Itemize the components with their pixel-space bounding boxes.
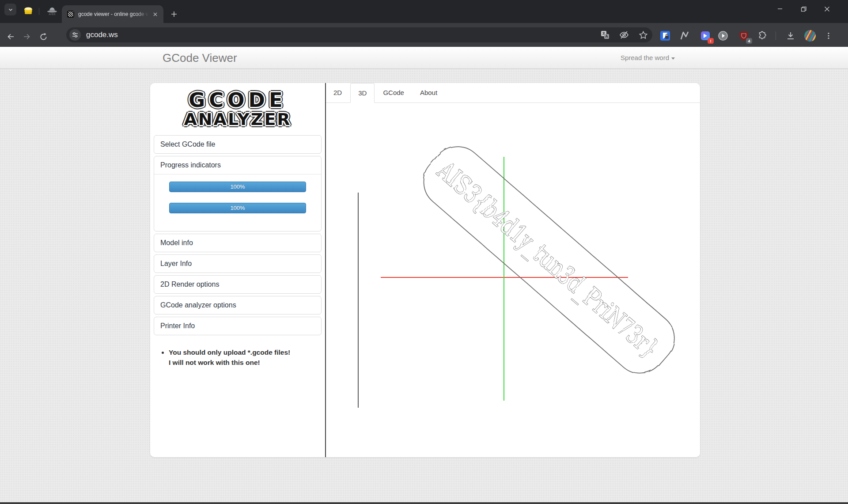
warning-line1: You should only upload *.gcode files!	[169, 349, 290, 356]
tab-3d[interactable]: 3D	[350, 83, 375, 103]
app-card: GCODE ANALYZER Select GCode file Progres…	[150, 83, 700, 457]
spread-the-word-label: Spread the word	[621, 54, 669, 61]
accordion-layer-info: Layer Info	[154, 254, 322, 273]
accordion-2d-render-options: 2D Render options	[154, 275, 322, 294]
progress-bar-2: 100%	[169, 203, 306, 213]
taskbar-edge	[0, 502, 848, 504]
tune-icon	[72, 31, 79, 38]
model-info-button[interactable]: Model info	[154, 234, 321, 252]
lightning-n-icon	[679, 30, 690, 41]
alert-badge: !	[708, 38, 714, 44]
extension-privacy[interactable]	[659, 30, 671, 42]
tab-title: gcode viewer - online gcode v	[78, 11, 151, 17]
caret-down-icon	[671, 57, 675, 60]
bookmark-lock-icon	[660, 30, 670, 41]
minimize-icon	[777, 6, 783, 11]
window-restore-button[interactable]	[793, 0, 814, 18]
accordion-gcode-analyzer-options: GCode analyzer options	[154, 296, 322, 315]
progress-indicators-button[interactable]: Progress indicators	[154, 156, 321, 174]
printer-info-button[interactable]: Printer Info	[154, 317, 321, 335]
downloads-button[interactable]	[785, 30, 796, 42]
eye-off-icon	[619, 30, 629, 40]
layers-stack-icon	[23, 6, 34, 16]
page-title: GCode Viewer	[163, 47, 237, 69]
back-button[interactable]	[5, 30, 17, 43]
puzzle-icon	[757, 31, 767, 41]
close-icon	[153, 12, 158, 17]
extension-video[interactable]: !	[700, 30, 711, 42]
close-icon	[824, 6, 830, 12]
translate-icon	[601, 30, 610, 39]
layer-info-button[interactable]: Layer Info	[154, 255, 321, 273]
pinned-tab-separator	[39, 8, 39, 15]
bookmark-button[interactable]	[636, 28, 650, 42]
extension-ublock[interactable]: 4	[738, 30, 750, 42]
profile-avatar[interactable]	[804, 30, 816, 42]
toolbar-separator	[776, 31, 776, 40]
ublock-count-badge: 4	[746, 38, 752, 44]
download-icon	[786, 31, 795, 41]
logo-line2: ANALYZER	[154, 110, 322, 129]
reveal-password-button[interactable]	[617, 28, 631, 42]
extension-n[interactable]	[679, 30, 690, 42]
browser-tab-active[interactable]: gcode viewer - online gcode v	[62, 5, 163, 23]
forward-button[interactable]	[20, 30, 33, 43]
logo-line1: GCODE	[154, 90, 322, 110]
url-text[interactable]: gcode.ws	[86, 30, 598, 39]
accordion-progress-indicators: Progress indicators 100% 100%	[154, 156, 322, 231]
viewer-panel: 2D 3D GCode About	[326, 83, 700, 457]
analyzer-options-button[interactable]: GCode analyzer options	[154, 296, 321, 314]
site-header: GCode Viewer Spread the word	[0, 47, 848, 69]
address-bar[interactable]: gcode.ws	[66, 27, 652, 42]
spread-the-word-menu[interactable]: Spread the word	[621, 47, 675, 69]
sidebar: GCODE ANALYZER Select GCode file Progres…	[150, 83, 325, 457]
render-canvas-3d[interactable]: AIS3{b4d1y_tun3d_PriN73r}	[326, 103, 700, 457]
flag-text: AIS3{b4d1y_tun3d_PriN73r}	[432, 156, 665, 364]
restore-icon	[801, 6, 806, 12]
window-minimize-button[interactable]	[770, 0, 790, 18]
tab-close-button[interactable]	[151, 10, 159, 18]
fedora-hat-icon	[46, 7, 58, 13]
tab-gcode[interactable]: GCode	[375, 83, 412, 102]
viewer-tabstrip: 2D 3D GCode About	[326, 83, 700, 103]
gcode-analyzer-logo: GCODE ANALYZER	[154, 90, 322, 129]
play-circle-icon	[718, 30, 728, 41]
site-info-button[interactable]	[69, 29, 81, 41]
forward-arrow-icon	[22, 32, 31, 41]
warning-line2: I will not work with this one!	[169, 359, 260, 366]
progress-bar-1: 100%	[169, 182, 306, 192]
pinned-tab-ais3[interactable]: AIS3	[44, 4, 60, 18]
browser-titlebar: AIS3 gcode viewer - online gcode v	[0, 0, 848, 23]
pinned-tab-label: AIS3	[49, 13, 55, 15]
browser-menu-button[interactable]	[823, 30, 834, 42]
render-options-button[interactable]: 2D Render options	[154, 276, 321, 293]
accordion-select-gcode-file: Select GCode file	[154, 135, 322, 154]
kebab-menu-icon	[825, 32, 833, 40]
gcode-site-favicon	[67, 11, 74, 18]
select-gcode-file-button[interactable]: Select GCode file	[154, 136, 321, 153]
browser-toolbar: gcode.ws	[0, 23, 848, 47]
back-arrow-icon	[7, 32, 15, 41]
chevron-down-icon	[8, 7, 14, 13]
tab-search-button[interactable]	[4, 4, 16, 15]
reload-button[interactable]	[37, 30, 49, 43]
new-tab-button[interactable]	[169, 9, 179, 19]
extensions-menu-button[interactable]	[757, 30, 768, 42]
printed-model-sketch: AIS3{b4d1y_tun3d_PriN73r}	[326, 103, 700, 457]
plus-icon	[171, 11, 177, 17]
extension-autoplay[interactable]	[717, 30, 729, 42]
accordion-printer-info: Printer Info	[154, 317, 322, 335]
avatar	[804, 30, 816, 42]
tab-2d[interactable]: 2D	[326, 83, 349, 102]
reload-icon	[39, 33, 48, 41]
pinned-tab-stack[interactable]	[20, 4, 36, 18]
star-icon	[639, 30, 648, 40]
upload-warning: You should only upload *.gcode files! I …	[161, 348, 319, 368]
progress-indicators-body: 100% 100%	[154, 174, 321, 231]
window-close-button[interactable]	[817, 0, 837, 18]
translate-button[interactable]	[598, 28, 612, 42]
accordion-model-info: Model info	[154, 234, 322, 252]
page-background: GCODE ANALYZER Select GCode file Progres…	[0, 69, 848, 502]
tab-about[interactable]: About	[413, 83, 445, 102]
